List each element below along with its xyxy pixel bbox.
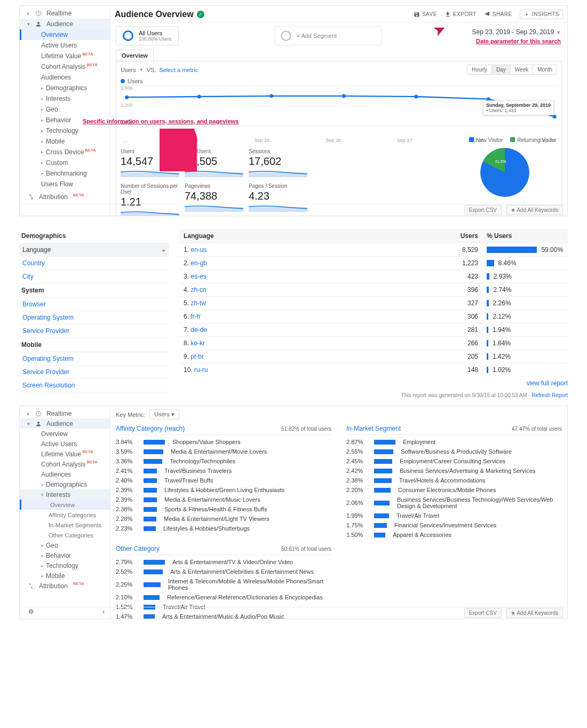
category-row[interactable]: 2.06%Business Services/Business Technolo… [346,495,562,511]
sidebar-sub-overview[interactable]: Overview [20,429,110,439]
dim-row-language[interactable]: Language▸ [19,243,169,257]
category-row[interactable]: 1.99%Travel/Air Travel [346,511,562,520]
dim-row-country[interactable]: Country [19,257,169,270]
sidebar-sub-geo[interactable]: ▸Geo [20,540,110,550]
segment-chip-allusers[interactable]: All Users 100.00% Users [116,26,179,45]
category-row[interactable]: 2.52%Arts & Entertainment/Celebrities & … [116,567,331,576]
category-title[interactable]: Affinity Category (reach) [116,425,185,432]
category-row[interactable]: 2.20%Consumer Electronics/Mobile Phones [346,485,562,495]
export-csv-button[interactable]: Export CSV [464,205,502,215]
sidebar-item-realtime[interactable]: ▸Realtime [20,408,110,418]
sidebar-sub-mobile[interactable]: ▸Mobile [20,571,110,581]
sidebar-sub-interests[interactable]: ▾Interests [20,489,110,500]
sidebar-sub-cohort-analysis[interactable]: Cohort AnalysisBETA [20,459,110,469]
sidebar-sub-behavior[interactable]: ▸Behavior [20,550,110,560]
col-language[interactable]: Language [179,229,445,243]
dim-row-service-provider[interactable]: Service Provider [19,325,169,338]
sidebar-item-realtime[interactable]: ▸ Realtime [20,8,110,19]
language-link[interactable]: en-gb [191,259,207,267]
language-link[interactable]: zh-tw [191,299,206,307]
category-row[interactable]: 3.84%Shoppers/Value Shoppers [116,437,331,447]
key-metric-selector[interactable]: Key Metric: Users ▾ [116,409,562,420]
export-csv-button[interactable]: Export CSV [464,608,502,618]
sidebar-sub-demographics[interactable]: ▸Demographics [20,479,110,489]
sidebar-sub-overview[interactable]: Overview [20,500,110,510]
export-button[interactable]: EXPORT [445,11,477,18]
dim-row-screen-resolution[interactable]: Screen Resolution [19,379,169,392]
language-link[interactable]: ko-kr [191,339,205,347]
sidebar-sub-active-users[interactable]: Active Users [20,40,110,51]
sidebar-sub-in-market-segments[interactable]: In-Market Segments [20,520,110,530]
category-row[interactable]: 1.75%Financial Services/Investment Servi… [346,520,562,530]
sidebar-sub-overview[interactable]: Overview [20,29,110,40]
view-full-report-link[interactable]: view full report [179,376,568,390]
category-row[interactable]: 2.79%Arts & Entertainment/TV & Video/Onl… [116,557,331,567]
dim-row-browser[interactable]: Browser [19,298,169,311]
sidebar-sub-mobile[interactable]: ▸Mobile [20,136,110,147]
category-row[interactable]: 2.42%Business Services/Advertising & Mar… [346,466,562,476]
granularity-hourly[interactable]: Hourly [467,65,491,74]
sidebar-item-attribution[interactable]: Attribution BETA [20,192,110,202]
language-link[interactable]: es-es [191,273,206,280]
metric-selector[interactable]: Users▼ VS. Select a metric [121,67,198,73]
sidebar-item-audience[interactable]: ▾ Audience [20,19,110,29]
category-row[interactable]: 2.39%Lifestyles & Hobbies/Green Living E… [116,485,331,495]
language-link[interactable]: de-de [191,326,207,334]
sidebar-sub-custom[interactable]: ▸Custom [20,157,110,168]
category-row[interactable]: 2.38%Sports & Fitness/Health & Fitness B… [116,504,331,514]
col-users[interactable]: Users [445,229,482,243]
col-pct[interactable]: % Users [482,229,568,243]
category-row[interactable]: 2.39%Media & Entertainment/Music Lovers [116,495,331,504]
sidebar-sub-demographics[interactable]: ▸Demographics [20,83,110,93]
category-row[interactable]: 2.23%Lifestyles & Hobbies/Shutterbugs [116,524,331,533]
dim-row-operating-system[interactable]: Operating System [19,352,169,366]
sidebar-sub-audiences[interactable]: Audiences [20,469,110,479]
granularity-month[interactable]: Month [533,65,557,74]
granularity-toggle[interactable]: HourlyDayWeekMonth [467,65,557,75]
sidebar-sub-technology[interactable]: ▸Technology [20,560,110,571]
category-row[interactable]: 2.45%Employment/Career Consulting Servic… [346,456,562,466]
scorecard-sessions[interactable]: Sessions17,602 [249,148,313,179]
language-link[interactable]: en-us [191,246,207,254]
category-row[interactable]: 2.10%Reference/General Reference/Diction… [116,592,331,602]
sidebar-item-audience[interactable]: ▾Audience [20,418,110,429]
category-row[interactable]: 2.87%Employment [346,437,562,447]
sidebar-sub-interests[interactable]: ▸Interests [20,93,110,104]
sidebar-sub-cross-device[interactable]: ▸Cross DeviceBETA [20,147,110,157]
sidebar-item-attribution[interactable]: AttributionBETA [20,581,110,591]
granularity-day[interactable]: Day [491,65,510,74]
refresh-report-link[interactable]: Refresh Report [532,392,568,398]
category-row[interactable]: 3.36%Technology/Technophiles [116,456,331,466]
granularity-week[interactable]: Week [510,65,533,74]
sidebar-sub-cohort-analysis[interactable]: Cohort AnalysisBETA [20,61,110,72]
language-link[interactable]: fr-fr [191,313,201,320]
sidebar-sub-affinity-categories[interactable]: Affinity Categories [20,510,110,520]
sidebar-sub-other-categories[interactable]: Other Categories [20,530,110,540]
category-title[interactable]: In-Market Segment [346,425,401,432]
add-keywords-button[interactable]: ★ Add All Keywords [506,205,563,215]
dim-row-service-provider[interactable]: Service Provider [19,366,169,379]
category-row[interactable]: 2.41%Travel/Business Travelers [116,466,331,476]
date-range-picker[interactable]: Sep 23, 2019 - Sep 29, 2019▼ [472,28,561,36]
sidebar-sub-lifetime-value[interactable]: Lifetime ValueBETA [20,51,110,61]
add-keywords-button[interactable]: ★ Add All Keywords [506,608,563,618]
tab-overview[interactable]: Overview [116,50,154,61]
language-link[interactable]: ru-ru [194,366,208,374]
sidebar-sub-users-flow[interactable]: Users Flow [20,179,110,189]
category-row[interactable]: 3.59%Media & Entertainment/Movie Lovers [116,447,331,456]
save-button[interactable]: SAVE [414,11,437,18]
category-row[interactable]: 2.25%Internet & Telecom/Mobile & Wireles… [116,576,331,592]
dim-row-city[interactable]: City [19,270,169,283]
category-row[interactable]: 1.50%Apparel & Accessories [346,530,562,540]
category-title[interactable]: Other Category [116,545,160,552]
sidebar-sub-audiences[interactable]: Audiences [20,72,110,83]
category-row[interactable]: 2.28%Media & Entertainment/Light TV View… [116,514,331,524]
category-row[interactable]: 2.40%Travel/Travel Buffs [116,476,331,485]
sidebar-sub-active-users[interactable]: Active Users [20,439,110,449]
language-link[interactable]: pt-br [191,353,204,360]
add-segment-button[interactable]: + Add Segment [275,26,382,45]
category-row[interactable]: 2.55%Software/Business & Productivity So… [346,447,562,456]
sidebar-sub-benchmarking[interactable]: ▸Benchmarking [20,168,110,179]
sidebar-sub-geo[interactable]: ▸Geo [20,104,110,115]
insights-button[interactable]: INSIGHTS [520,10,563,19]
